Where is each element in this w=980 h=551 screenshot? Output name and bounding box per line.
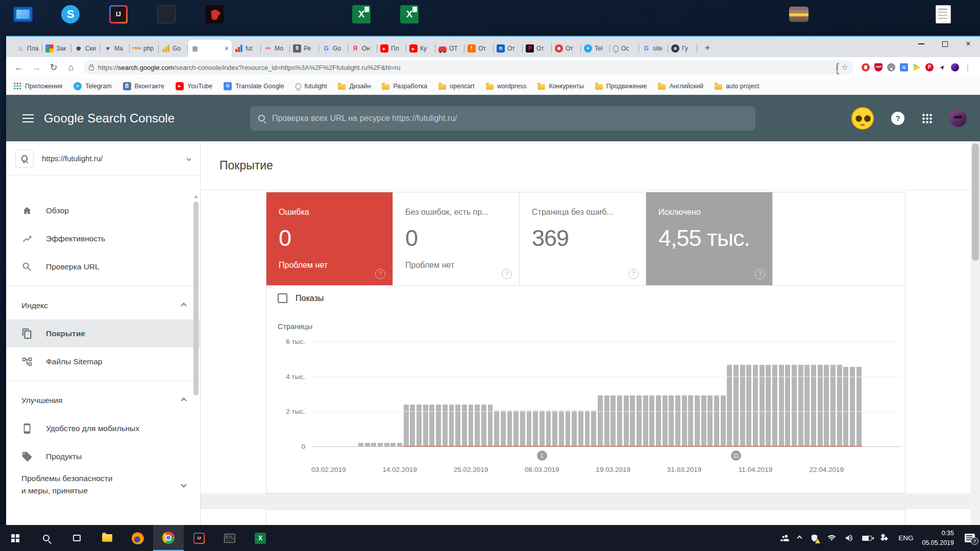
sidebar-item-обзор[interactable]: Обзор bbox=[6, 196, 200, 224]
bookmark-star-icon[interactable]: ☆ bbox=[842, 63, 848, 72]
sidebar-item-продукты[interactable]: Продукты bbox=[6, 442, 200, 470]
clock[interactable]: 0:35 05.05.2019 bbox=[922, 529, 954, 547]
impressions-checkbox-row[interactable]: Показы bbox=[278, 293, 324, 303]
tab[interactable]: ОТ bbox=[435, 40, 464, 57]
sidebar-section-проблемы-безопасности[interactable]: Проблемы безопасностии меры, принятые bbox=[6, 470, 200, 498]
bookmark-разработка[interactable]: Разработка bbox=[382, 83, 427, 90]
status-card-без-ошибок-есть-пр-[interactable]: Без ошибок, есть пр...0Проблем нет? bbox=[393, 192, 520, 285]
abp-extension-icon[interactable]: ABP bbox=[874, 63, 883, 71]
tab[interactable]: От bbox=[552, 40, 581, 57]
tab[interactable]: Go bbox=[159, 40, 188, 57]
file-explorer-icon[interactable] bbox=[92, 525, 122, 551]
cursor-extension-icon[interactable]: ➤ bbox=[937, 62, 948, 73]
defender-shield-icon[interactable] bbox=[810, 534, 819, 542]
bookmark-translate-google[interactable]: GTranslate Google bbox=[224, 82, 284, 90]
tab[interactable]: Зак bbox=[42, 40, 71, 57]
forward-button[interactable]: → bbox=[29, 60, 44, 75]
issue-marker[interactable]: 11 bbox=[731, 450, 741, 461]
skype-icon[interactable]: S bbox=[60, 4, 81, 24]
help-icon[interactable]: ? bbox=[502, 269, 512, 279]
firefox-icon[interactable] bbox=[122, 525, 153, 551]
paw-extension-icon[interactable] bbox=[887, 63, 895, 71]
excel-file-icon[interactable]: X bbox=[351, 4, 372, 24]
intellij-icon[interactable]: IJ bbox=[184, 525, 214, 551]
start-button[interactable] bbox=[0, 525, 31, 551]
bookmark-продвижение[interactable]: Продвижение bbox=[595, 83, 647, 90]
impressions-checkbox[interactable] bbox=[278, 293, 287, 303]
sidebar-item-эффективность[interactable]: Эффективность bbox=[6, 224, 200, 253]
close-button[interactable]: × bbox=[957, 36, 980, 52]
red-hand-icon[interactable] bbox=[204, 4, 225, 24]
tab[interactable]: ▶Пл bbox=[377, 40, 406, 57]
tab[interactable]: nОт bbox=[494, 40, 523, 57]
address-bar[interactable]: https://search.google.com/search-console… bbox=[84, 60, 853, 74]
language-indicator[interactable]: ENG bbox=[898, 534, 913, 542]
tab[interactable]: Гу bbox=[668, 40, 697, 57]
taskbar-search-button[interactable] bbox=[31, 525, 61, 551]
tab[interactable]: ♚Ски bbox=[71, 40, 101, 57]
intellij-desktop-icon[interactable]: IJ bbox=[108, 4, 129, 24]
scroll-up-arrow-icon[interactable] bbox=[194, 195, 198, 198]
task-view-button[interactable] bbox=[61, 525, 92, 551]
property-selector[interactable]: https://futulight.ru/ bbox=[6, 141, 200, 176]
tab[interactable]: 9Ре bbox=[290, 40, 319, 57]
excel-icon[interactable]: X bbox=[245, 525, 276, 551]
hamburger-menu-icon[interactable] bbox=[22, 114, 34, 122]
chest-icon[interactable] bbox=[789, 4, 809, 24]
tab[interactable]: ▶Ку bbox=[406, 40, 435, 57]
robot-avatar-icon[interactable] bbox=[851, 107, 874, 130]
tab[interactable]: PMAphp bbox=[130, 40, 159, 57]
tab[interactable]: ⌂Пла bbox=[13, 40, 42, 57]
pinterest-icon[interactable]: P bbox=[925, 63, 934, 71]
tab[interactable]: ➤Tel bbox=[581, 40, 610, 57]
computer-icon[interactable] bbox=[13, 4, 33, 24]
kebab-menu-icon[interactable]: ⋮ bbox=[964, 63, 972, 71]
page-scroll-thumb[interactable] bbox=[972, 143, 979, 261]
page-scrollbar[interactable] bbox=[971, 141, 980, 525]
status-card-исключено[interactable]: Исключено4,55 тыс.? bbox=[646, 192, 773, 285]
sidebar-scroll-thumb[interactable] bbox=[193, 202, 199, 395]
adblock-hand-icon[interactable] bbox=[862, 63, 870, 71]
terminal-icon[interactable]: C:\_ bbox=[214, 525, 245, 551]
sidebar-section-улучшения[interactable]: Улучшения bbox=[6, 386, 200, 414]
zoom-page-icon[interactable] bbox=[837, 63, 838, 72]
issue-marker[interactable]: 1 bbox=[537, 450, 547, 461]
document-icon[interactable] bbox=[933, 4, 953, 24]
bookmark-приложения[interactable]: Приложения bbox=[13, 82, 62, 90]
bookmark-дизайн[interactable]: Дизайн bbox=[338, 83, 371, 90]
status-card-страница-без-ошиб-[interactable]: Страница без ошиб...369? bbox=[520, 192, 646, 285]
tab[interactable]: ЯОн bbox=[348, 40, 377, 57]
tab[interactable]: PОт bbox=[523, 40, 552, 57]
bookmark-вконтакте[interactable]: BВконтакте bbox=[123, 82, 164, 90]
tab[interactable]: fut bbox=[232, 40, 261, 57]
bookmark-opencart[interactable]: opencart bbox=[438, 83, 475, 90]
volume-icon[interactable] bbox=[845, 534, 853, 542]
tab[interactable]: Ос bbox=[610, 40, 639, 57]
sidebar-scrollbar[interactable] bbox=[193, 195, 199, 521]
user-avatar[interactable] bbox=[949, 110, 967, 127]
battery-icon[interactable] bbox=[862, 536, 872, 541]
status-card-ошибка[interactable]: Ошибка0Проблем нет? bbox=[266, 192, 393, 285]
tab[interactable]: GGo bbox=[319, 40, 348, 57]
maximize-button[interactable] bbox=[933, 36, 957, 52]
sidebar-section-индекс[interactable]: Индекс bbox=[6, 291, 200, 319]
bookmark-auto-project[interactable]: auto project bbox=[715, 83, 759, 90]
bookmark-wordpress[interactable]: wordpress bbox=[486, 83, 527, 90]
wifi-icon[interactable] bbox=[827, 534, 836, 542]
notification-icon[interactable]: 7 bbox=[965, 534, 975, 542]
bookmark-telegram[interactable]: ➤Telegram bbox=[74, 82, 111, 90]
help-icon[interactable]: ? bbox=[891, 112, 904, 125]
tab[interactable]: Gsite bbox=[639, 40, 668, 57]
bookmark-английский[interactable]: Английский bbox=[658, 83, 703, 90]
home-button[interactable]: ⌂ bbox=[63, 60, 79, 75]
sidebar-item-проверка-url[interactable]: Проверка URL bbox=[6, 253, 200, 281]
new-tab-button[interactable]: + bbox=[700, 41, 715, 55]
refresh-button[interactable]: ↻ bbox=[46, 60, 61, 75]
gsc-logo[interactable]: Google Search Console bbox=[44, 111, 175, 126]
bookmark-youtube[interactable]: ▶YouTube bbox=[176, 82, 212, 90]
people-icon[interactable] bbox=[780, 534, 789, 542]
google-apps-grid-icon[interactable] bbox=[922, 113, 932, 123]
sidebar-item-удобство-для-мобильных[interactable]: Удобство для мобильных bbox=[6, 414, 200, 442]
help-icon[interactable]: ? bbox=[375, 269, 385, 279]
tab[interactable]: ♥Ма bbox=[101, 40, 130, 57]
